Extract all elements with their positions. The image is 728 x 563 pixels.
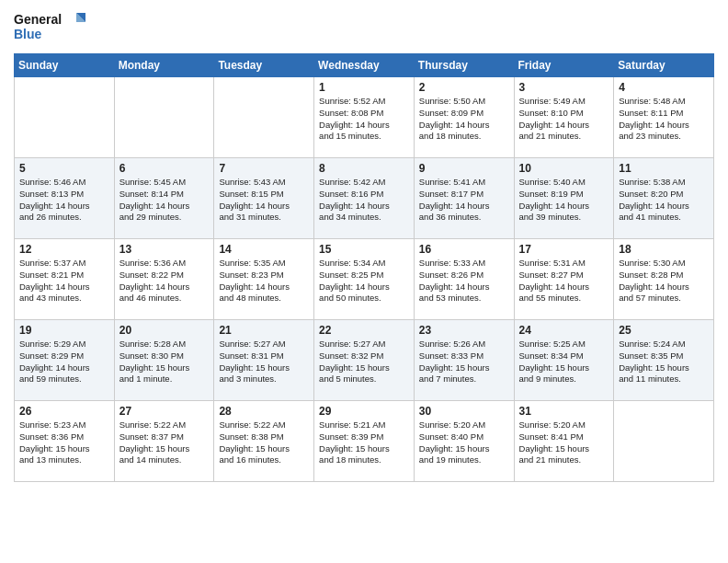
day-cell (614, 401, 714, 482)
day-number: 22 (319, 324, 409, 337)
day-cell: 2Sunrise: 5:50 AM Sunset: 8:09 PM Daylig… (414, 77, 514, 158)
day-number: 12 (19, 243, 109, 256)
week-row-5: 26Sunrise: 5:23 AM Sunset: 8:36 PM Dayli… (15, 401, 714, 482)
day-cell: 18Sunrise: 5:30 AM Sunset: 8:28 PM Dayli… (614, 239, 714, 320)
day-info: Sunrise: 5:20 AM Sunset: 8:40 PM Dayligh… (419, 419, 509, 466)
day-number: 15 (319, 243, 409, 256)
day-number: 3 (519, 81, 609, 94)
day-cell (114, 77, 214, 158)
day-info: Sunrise: 5:36 AM Sunset: 8:22 PM Dayligh… (119, 258, 210, 304)
day-number: 2 (419, 81, 509, 94)
day-info: Sunrise: 5:29 AM Sunset: 8:29 PM Dayligh… (19, 339, 109, 385)
day-cell: 17Sunrise: 5:31 AM Sunset: 8:27 PM Dayli… (514, 239, 614, 320)
day-info: Sunrise: 5:34 AM Sunset: 8:25 PM Dayligh… (319, 258, 409, 304)
week-row-2: 5Sunrise: 5:46 AM Sunset: 8:13 PM Daylig… (15, 158, 714, 239)
day-number: 24 (519, 324, 609, 337)
day-cell (214, 77, 314, 158)
day-info: Sunrise: 5:27 AM Sunset: 8:32 PM Dayligh… (319, 339, 409, 385)
day-cell: 15Sunrise: 5:34 AM Sunset: 8:25 PM Dayli… (314, 239, 415, 320)
weekday-header-friday: Friday (514, 54, 614, 77)
day-info: Sunrise: 5:20 AM Sunset: 8:41 PM Dayligh… (519, 419, 609, 466)
day-cell: 3Sunrise: 5:49 AM Sunset: 8:10 PM Daylig… (514, 77, 614, 158)
day-info: Sunrise: 5:25 AM Sunset: 8:34 PM Dayligh… (519, 339, 609, 385)
day-number: 6 (119, 162, 210, 175)
day-info: Sunrise: 5:41 AM Sunset: 8:17 PM Dayligh… (419, 177, 509, 224)
day-cell: 29Sunrise: 5:21 AM Sunset: 8:39 PM Dayli… (314, 401, 415, 482)
day-cell: 27Sunrise: 5:22 AM Sunset: 8:37 PM Dayli… (114, 401, 214, 482)
day-number: 29 (319, 405, 409, 418)
day-cell: 24Sunrise: 5:25 AM Sunset: 8:34 PM Dayli… (514, 320, 614, 401)
day-info: Sunrise: 5:48 AM Sunset: 8:11 PM Dayligh… (619, 96, 709, 143)
day-cell: 20Sunrise: 5:28 AM Sunset: 8:30 PM Dayli… (114, 320, 214, 401)
week-row-3: 12Sunrise: 5:37 AM Sunset: 8:21 PM Dayli… (15, 239, 714, 320)
day-number: 20 (119, 324, 210, 337)
page: General Blue SundayMondayTuesdayWednesda… (0, 0, 728, 563)
day-info: Sunrise: 5:46 AM Sunset: 8:13 PM Dayligh… (19, 177, 109, 224)
day-cell: 22Sunrise: 5:27 AM Sunset: 8:32 PM Dayli… (314, 320, 415, 401)
day-cell (15, 77, 115, 158)
day-number: 26 (19, 405, 109, 418)
day-info: Sunrise: 5:24 AM Sunset: 8:35 PM Dayligh… (619, 339, 709, 385)
day-number: 31 (519, 405, 609, 418)
day-number: 13 (119, 243, 210, 256)
day-info: Sunrise: 5:49 AM Sunset: 8:10 PM Dayligh… (519, 96, 609, 143)
day-number: 23 (419, 324, 509, 337)
day-cell: 8Sunrise: 5:42 AM Sunset: 8:16 PM Daylig… (314, 158, 415, 239)
day-info: Sunrise: 5:22 AM Sunset: 8:37 PM Dayligh… (119, 419, 210, 466)
day-info: Sunrise: 5:21 AM Sunset: 8:39 PM Dayligh… (319, 419, 409, 466)
day-info: Sunrise: 5:50 AM Sunset: 8:09 PM Dayligh… (419, 96, 509, 143)
day-info: Sunrise: 5:33 AM Sunset: 8:26 PM Dayligh… (419, 258, 509, 304)
day-number: 1 (319, 81, 409, 94)
day-cell: 25Sunrise: 5:24 AM Sunset: 8:35 PM Dayli… (614, 320, 714, 401)
day-info: Sunrise: 5:43 AM Sunset: 8:15 PM Dayligh… (219, 177, 309, 224)
day-cell: 6Sunrise: 5:45 AM Sunset: 8:14 PM Daylig… (114, 158, 214, 239)
day-info: Sunrise: 5:27 AM Sunset: 8:31 PM Dayligh… (219, 339, 309, 385)
day-info: Sunrise: 5:26 AM Sunset: 8:33 PM Dayligh… (419, 339, 509, 385)
day-info: Sunrise: 5:45 AM Sunset: 8:14 PM Dayligh… (119, 177, 210, 224)
day-number: 18 (619, 243, 709, 256)
day-cell: 10Sunrise: 5:40 AM Sunset: 8:19 PM Dayli… (514, 158, 614, 239)
day-number: 16 (419, 243, 509, 256)
day-cell: 30Sunrise: 5:20 AM Sunset: 8:40 PM Dayli… (414, 401, 514, 482)
logo: General Blue (14, 9, 87, 46)
day-info: Sunrise: 5:38 AM Sunset: 8:20 PM Dayligh… (619, 177, 709, 224)
day-cell: 19Sunrise: 5:29 AM Sunset: 8:29 PM Dayli… (15, 320, 115, 401)
weekday-header-tuesday: Tuesday (214, 54, 314, 77)
weekday-header-row: SundayMondayTuesdayWednesdayThursdayFrid… (15, 54, 714, 77)
day-cell: 7Sunrise: 5:43 AM Sunset: 8:15 PM Daylig… (214, 158, 314, 239)
weekday-header-thursday: Thursday (414, 54, 514, 77)
day-cell: 26Sunrise: 5:23 AM Sunset: 8:36 PM Dayli… (15, 401, 115, 482)
day-cell: 9Sunrise: 5:41 AM Sunset: 8:17 PM Daylig… (414, 158, 514, 239)
day-cell: 16Sunrise: 5:33 AM Sunset: 8:26 PM Dayli… (414, 239, 514, 320)
day-number: 19 (19, 324, 109, 337)
weekday-header-wednesday: Wednesday (314, 54, 415, 77)
day-cell: 5Sunrise: 5:46 AM Sunset: 8:13 PM Daylig… (15, 158, 115, 239)
day-number: 8 (319, 162, 409, 175)
day-info: Sunrise: 5:23 AM Sunset: 8:36 PM Dayligh… (19, 419, 109, 466)
day-cell: 11Sunrise: 5:38 AM Sunset: 8:20 PM Dayli… (614, 158, 714, 239)
day-number: 9 (419, 162, 509, 175)
day-number: 30 (419, 405, 509, 418)
day-number: 27 (119, 405, 210, 418)
day-number: 17 (519, 243, 609, 256)
day-info: Sunrise: 5:42 AM Sunset: 8:16 PM Dayligh… (319, 177, 409, 224)
weekday-header-saturday: Saturday (614, 54, 714, 77)
day-cell: 21Sunrise: 5:27 AM Sunset: 8:31 PM Dayli… (214, 320, 314, 401)
day-number: 5 (19, 162, 109, 175)
day-info: Sunrise: 5:22 AM Sunset: 8:38 PM Dayligh… (219, 419, 309, 466)
day-info: Sunrise: 5:28 AM Sunset: 8:30 PM Dayligh… (119, 339, 210, 385)
day-number: 10 (519, 162, 609, 175)
day-cell: 14Sunrise: 5:35 AM Sunset: 8:23 PM Dayli… (214, 239, 314, 320)
logo-svg: General Blue (14, 9, 87, 46)
calendar: SundayMondayTuesdayWednesdayThursdayFrid… (14, 53, 714, 482)
week-row-4: 19Sunrise: 5:29 AM Sunset: 8:29 PM Dayli… (15, 320, 714, 401)
day-info: Sunrise: 5:30 AM Sunset: 8:28 PM Dayligh… (619, 258, 709, 304)
header: General Blue (14, 9, 714, 46)
day-number: 28 (219, 405, 309, 418)
day-number: 7 (219, 162, 309, 175)
weekday-header-monday: Monday (114, 54, 214, 77)
day-number: 21 (219, 324, 309, 337)
day-number: 4 (619, 81, 709, 94)
day-cell: 23Sunrise: 5:26 AM Sunset: 8:33 PM Dayli… (414, 320, 514, 401)
day-info: Sunrise: 5:31 AM Sunset: 8:27 PM Dayligh… (519, 258, 609, 304)
